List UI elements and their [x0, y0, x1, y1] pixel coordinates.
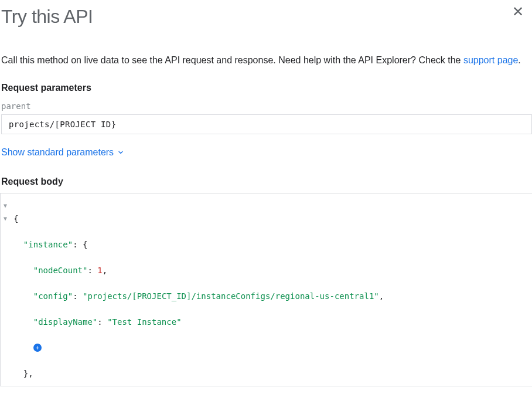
description-suffix: .: [518, 55, 520, 65]
json-val-displayname: "Test Instance": [107, 317, 181, 327]
plus-icon: +: [35, 345, 39, 351]
toggle-label: Show standard parameters: [1, 147, 114, 158]
json-key-config: "config": [33, 291, 73, 301]
request-parameters-heading: Request parameters: [0, 67, 532, 93]
param-name-label: parent: [0, 93, 532, 111]
parent-input[interactable]: [1, 114, 532, 134]
close-button[interactable]: ✕: [512, 0, 531, 19]
chevron-down-icon: [117, 149, 124, 156]
fold-toggle-icon[interactable]: ▼: [1, 212, 10, 225]
show-standard-parameters-toggle[interactable]: Show standard parameters: [0, 134, 125, 158]
request-body-editor[interactable]: ▼ ▼ { "instance": { "nodeCount": 1, "con…: [0, 193, 532, 386]
page-title: Try this API: [1, 0, 93, 28]
json-key-nodecount: "nodeCount": [33, 266, 88, 275]
close-icon: ✕: [512, 4, 524, 19]
json-key-displayname: "displayName": [33, 317, 98, 327]
description-text: Call this method on live data to see the…: [0, 28, 532, 67]
json-val-nodecount: 1: [97, 266, 102, 275]
json-val-config: "projects/[PROJECT_ID]/instanceConfigs/r…: [83, 291, 379, 301]
description-prefix: Call this method on live data to see the…: [1, 55, 463, 65]
json-code-area[interactable]: { "instance": { "nodeCount": 1, "config"…: [10, 193, 532, 386]
json-key-instance: "instance": [23, 240, 73, 249]
request-body-heading: Request body: [0, 158, 532, 187]
fold-toggle-icon[interactable]: ▼: [1, 199, 10, 212]
add-property-button[interactable]: +: [33, 344, 42, 352]
fold-gutter[interactable]: ▼ ▼: [1, 193, 10, 386]
support-page-link[interactable]: support page: [463, 55, 518, 65]
